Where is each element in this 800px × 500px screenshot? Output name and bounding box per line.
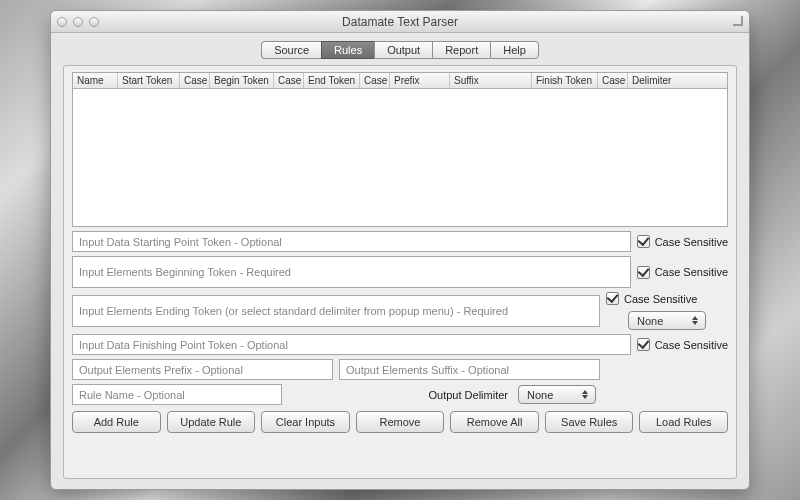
begin-token-input[interactable]: Input Elements Beginning Token - Require… [72, 256, 631, 288]
remove-button[interactable]: Remove [356, 411, 445, 433]
window-body: SourceRulesOutputReportHelp NameStart To… [51, 33, 749, 489]
row-rulename-delim: Rule Name - Optional Output Delimiter No… [72, 384, 728, 405]
tab-rules[interactable]: Rules [321, 41, 374, 59]
checkmark-icon [637, 235, 650, 248]
column-header[interactable]: Delimiter [628, 73, 678, 88]
end-token-side: Case Sensitive None [606, 292, 728, 330]
column-header[interactable]: Prefix [390, 73, 450, 88]
finish-token-case-checkbox[interactable]: Case Sensitive [637, 338, 728, 351]
column-header[interactable]: Case [360, 73, 390, 88]
column-header[interactable]: End Token [304, 73, 360, 88]
tab-output[interactable]: Output [374, 41, 432, 59]
checkbox-label: Case Sensitive [624, 293, 697, 305]
row-begin-token: Input Elements Beginning Token - Require… [72, 256, 728, 288]
row-prefix-suffix: Output Elements Prefix - Optional Output… [72, 359, 728, 380]
tab-help[interactable]: Help [490, 41, 539, 59]
checkbox-label: Case Sensitive [655, 339, 728, 351]
table-header: NameStart TokenCaseBegin TokenCaseEnd To… [73, 73, 727, 89]
end-token-input[interactable]: Input Elements Ending Token (or select s… [72, 295, 600, 327]
output-delimiter-label: Output Delimiter [429, 389, 508, 401]
finish-token-input[interactable]: Input Data Finishing Point Token - Optio… [72, 334, 631, 355]
column-header[interactable]: Start Token [118, 73, 180, 88]
suffix-input[interactable]: Output Elements Suffix - Optional [339, 359, 600, 380]
column-header[interactable]: Case [274, 73, 304, 88]
end-delimiter-select[interactable]: None [628, 311, 706, 330]
prefix-input[interactable]: Output Elements Prefix - Optional [72, 359, 333, 380]
rules-panel: NameStart TokenCaseBegin TokenCaseEnd To… [63, 65, 737, 479]
table-body[interactable] [73, 89, 727, 226]
row-start-token: Input Data Starting Point Token - Option… [72, 231, 728, 252]
resize-icon[interactable] [733, 16, 743, 26]
rule-name-input[interactable]: Rule Name - Optional [72, 384, 282, 405]
select-value: None [637, 315, 663, 327]
tabbar: SourceRulesOutputReportHelp [63, 41, 737, 59]
updown-icon [579, 390, 591, 399]
load-rules-button[interactable]: Load Rules [639, 411, 728, 433]
row-end-token: Input Elements Ending Token (or select s… [72, 292, 728, 330]
column-header[interactable]: Case [598, 73, 628, 88]
window-title: Datamate Text Parser [51, 15, 749, 29]
add-rule-button[interactable]: Add Rule [72, 411, 161, 433]
tab-report[interactable]: Report [432, 41, 490, 59]
app-window: Datamate Text Parser SourceRulesOutputRe… [50, 10, 750, 490]
update-rule-button[interactable]: Update Rule [167, 411, 256, 433]
button-row: Add RuleUpdate RuleClear InputsRemoveRem… [72, 411, 728, 433]
checkmark-icon [637, 266, 650, 279]
column-header[interactable]: Finish Token [532, 73, 598, 88]
start-token-case-checkbox[interactable]: Case Sensitive [637, 235, 728, 248]
checkbox-label: Case Sensitive [655, 236, 728, 248]
begin-token-case-checkbox[interactable]: Case Sensitive [637, 266, 728, 279]
column-header[interactable]: Suffix [450, 73, 532, 88]
titlebar: Datamate Text Parser [51, 11, 749, 33]
updown-icon [689, 316, 701, 325]
column-header[interactable]: Case [180, 73, 210, 88]
start-token-input[interactable]: Input Data Starting Point Token - Option… [72, 231, 631, 252]
output-delimiter-select[interactable]: None [518, 385, 596, 404]
checkmark-icon [637, 338, 650, 351]
tab-source[interactable]: Source [261, 41, 321, 59]
clear-inputs-button[interactable]: Clear Inputs [261, 411, 350, 433]
rules-table: NameStart TokenCaseBegin TokenCaseEnd To… [72, 72, 728, 227]
checkmark-icon [606, 292, 619, 305]
save-rules-button[interactable]: Save Rules [545, 411, 634, 433]
column-header[interactable]: Begin Token [210, 73, 274, 88]
row-finish-token: Input Data Finishing Point Token - Optio… [72, 334, 728, 355]
checkbox-label: Case Sensitive [655, 266, 728, 278]
end-token-case-checkbox[interactable]: Case Sensitive [606, 292, 697, 305]
column-header[interactable]: Name [73, 73, 118, 88]
remove-all-button[interactable]: Remove All [450, 411, 539, 433]
select-value: None [527, 389, 553, 401]
